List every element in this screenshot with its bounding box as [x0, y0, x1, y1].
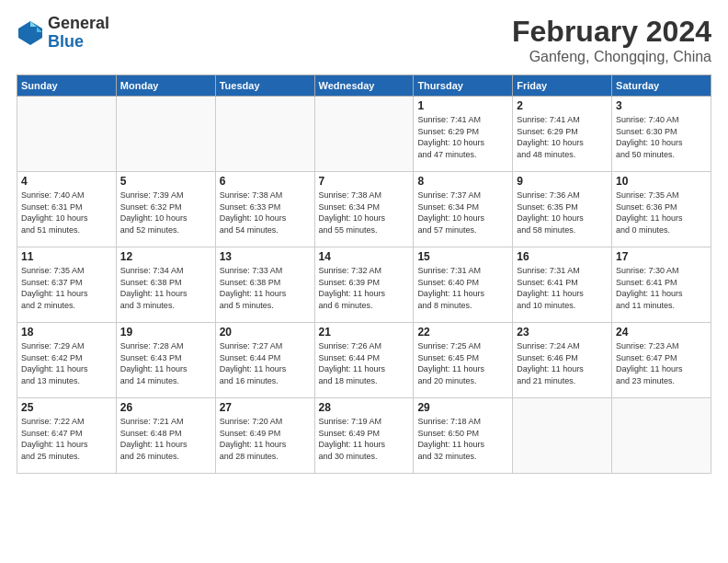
calendar-header-sunday: Sunday	[17, 75, 117, 97]
day-info: Sunrise: 7:41 AM Sunset: 6:29 PM Dayligh…	[417, 114, 508, 160]
calendar-cell	[215, 97, 314, 172]
day-number: 22	[417, 326, 508, 339]
month-title: February 2024	[512, 15, 711, 49]
calendar-row-1: 4Sunrise: 7:40 AM Sunset: 6:31 PM Daylig…	[17, 172, 711, 247]
day-info: Sunrise: 7:38 AM Sunset: 6:33 PM Dayligh…	[220, 190, 311, 236]
day-info: Sunrise: 7:20 AM Sunset: 6:49 PM Dayligh…	[220, 416, 311, 462]
day-info: Sunrise: 7:21 AM Sunset: 6:48 PM Dayligh…	[120, 416, 211, 462]
day-number: 27	[220, 401, 311, 414]
logo-blue: Blue	[48, 33, 109, 52]
calendar-table: SundayMondayTuesdayWednesdayThursdayFrid…	[17, 75, 711, 474]
day-number: 19	[120, 326, 211, 339]
calendar-cell: 1Sunrise: 7:41 AM Sunset: 6:29 PM Daylig…	[414, 97, 513, 172]
day-number: 15	[417, 250, 508, 263]
day-number: 23	[517, 326, 608, 339]
calendar-cell: 21Sunrise: 7:26 AM Sunset: 6:44 PM Dayli…	[314, 323, 414, 398]
day-number: 5	[120, 175, 211, 188]
day-info: Sunrise: 7:25 AM Sunset: 6:45 PM Dayligh…	[417, 340, 508, 386]
calendar-cell: 28Sunrise: 7:19 AM Sunset: 6:49 PM Dayli…	[314, 398, 414, 474]
day-info: Sunrise: 7:19 AM Sunset: 6:49 PM Dayligh…	[319, 416, 410, 462]
calendar-cell: 6Sunrise: 7:38 AM Sunset: 6:33 PM Daylig…	[215, 172, 314, 247]
day-number: 10	[616, 175, 707, 188]
day-info: Sunrise: 7:29 AM Sunset: 6:42 PM Dayligh…	[21, 340, 112, 386]
calendar-cell: 25Sunrise: 7:22 AM Sunset: 6:47 PM Dayli…	[17, 398, 117, 474]
calendar-row-3: 18Sunrise: 7:29 AM Sunset: 6:42 PM Dayli…	[17, 323, 711, 398]
calendar-cell: 9Sunrise: 7:36 AM Sunset: 6:35 PM Daylig…	[513, 172, 612, 247]
day-info: Sunrise: 7:31 AM Sunset: 6:41 PM Dayligh…	[517, 265, 608, 311]
day-number: 26	[120, 401, 211, 414]
calendar-cell: 18Sunrise: 7:29 AM Sunset: 6:42 PM Dayli…	[17, 323, 117, 398]
day-info: Sunrise: 7:37 AM Sunset: 6:34 PM Dayligh…	[417, 190, 508, 236]
calendar-header-row: SundayMondayTuesdayWednesdayThursdayFrid…	[17, 75, 711, 97]
calendar-cell: 10Sunrise: 7:35 AM Sunset: 6:36 PM Dayli…	[612, 172, 711, 247]
calendar-cell: 27Sunrise: 7:20 AM Sunset: 6:49 PM Dayli…	[215, 398, 314, 474]
calendar-cell: 14Sunrise: 7:32 AM Sunset: 6:39 PM Dayli…	[314, 247, 414, 323]
calendar-body: 1Sunrise: 7:41 AM Sunset: 6:29 PM Daylig…	[17, 97, 711, 474]
logo-icon	[17, 19, 44, 47]
day-number: 8	[417, 175, 508, 188]
calendar-cell: 15Sunrise: 7:31 AM Sunset: 6:40 PM Dayli…	[414, 247, 513, 323]
calendar-cell: 5Sunrise: 7:39 AM Sunset: 6:32 PM Daylig…	[116, 172, 215, 247]
day-number: 20	[220, 326, 311, 339]
calendar-header-wednesday: Wednesday	[314, 75, 414, 97]
day-info: Sunrise: 7:27 AM Sunset: 6:44 PM Dayligh…	[220, 340, 311, 386]
calendar-header-thursday: Thursday	[414, 75, 513, 97]
calendar-cell: 12Sunrise: 7:34 AM Sunset: 6:38 PM Dayli…	[116, 247, 215, 323]
calendar-row-4: 25Sunrise: 7:22 AM Sunset: 6:47 PM Dayli…	[17, 398, 711, 474]
day-number: 28	[319, 401, 410, 414]
calendar-header-tuesday: Tuesday	[215, 75, 314, 97]
day-number: 3	[616, 99, 707, 112]
calendar-cell: 16Sunrise: 7:31 AM Sunset: 6:41 PM Dayli…	[513, 247, 612, 323]
page: General Blue February 2024 Ganfeng, Chon…	[0, 0, 728, 563]
calendar-cell: 20Sunrise: 7:27 AM Sunset: 6:44 PM Dayli…	[215, 323, 314, 398]
header: General Blue February 2024 Ganfeng, Chon…	[17, 15, 711, 65]
calendar-row-2: 11Sunrise: 7:35 AM Sunset: 6:37 PM Dayli…	[17, 247, 711, 323]
calendar-header-friday: Friday	[513, 75, 612, 97]
day-info: Sunrise: 7:33 AM Sunset: 6:38 PM Dayligh…	[220, 265, 311, 311]
day-number: 13	[220, 250, 311, 263]
day-info: Sunrise: 7:24 AM Sunset: 6:46 PM Dayligh…	[517, 340, 608, 386]
calendar-cell	[513, 398, 612, 474]
day-info: Sunrise: 7:40 AM Sunset: 6:31 PM Dayligh…	[21, 190, 112, 236]
day-info: Sunrise: 7:35 AM Sunset: 6:37 PM Dayligh…	[21, 265, 112, 311]
day-number: 21	[319, 326, 410, 339]
day-info: Sunrise: 7:26 AM Sunset: 6:44 PM Dayligh…	[319, 340, 410, 386]
day-number: 12	[120, 250, 211, 263]
day-info: Sunrise: 7:36 AM Sunset: 6:35 PM Dayligh…	[517, 190, 608, 236]
calendar-cell	[116, 97, 215, 172]
calendar-header-saturday: Saturday	[612, 75, 711, 97]
calendar-cell: 8Sunrise: 7:37 AM Sunset: 6:34 PM Daylig…	[414, 172, 513, 247]
day-number: 7	[319, 175, 410, 188]
day-info: Sunrise: 7:38 AM Sunset: 6:34 PM Dayligh…	[319, 190, 410, 236]
calendar-cell	[612, 398, 711, 474]
calendar-cell: 22Sunrise: 7:25 AM Sunset: 6:45 PM Dayli…	[414, 323, 513, 398]
calendar-cell: 11Sunrise: 7:35 AM Sunset: 6:37 PM Dayli…	[17, 247, 117, 323]
day-number: 1	[417, 99, 508, 112]
calendar-cell: 23Sunrise: 7:24 AM Sunset: 6:46 PM Dayli…	[513, 323, 612, 398]
calendar-cell: 19Sunrise: 7:28 AM Sunset: 6:43 PM Dayli…	[116, 323, 215, 398]
day-number: 2	[517, 99, 608, 112]
title-block: February 2024 Ganfeng, Chongqing, China	[512, 15, 711, 65]
day-number: 4	[21, 175, 112, 188]
day-number: 9	[517, 175, 608, 188]
logo-text: General Blue	[48, 15, 109, 52]
day-info: Sunrise: 7:30 AM Sunset: 6:41 PM Dayligh…	[616, 265, 707, 311]
calendar-row-0: 1Sunrise: 7:41 AM Sunset: 6:29 PM Daylig…	[17, 97, 711, 172]
day-number: 25	[21, 401, 112, 414]
calendar-cell: 13Sunrise: 7:33 AM Sunset: 6:38 PM Dayli…	[215, 247, 314, 323]
day-info: Sunrise: 7:35 AM Sunset: 6:36 PM Dayligh…	[616, 190, 707, 236]
calendar-cell: 24Sunrise: 7:23 AM Sunset: 6:47 PM Dayli…	[612, 323, 711, 398]
day-number: 17	[616, 250, 707, 263]
day-number: 18	[21, 326, 112, 339]
day-number: 14	[319, 250, 410, 263]
day-number: 29	[417, 401, 508, 414]
calendar-cell	[17, 97, 117, 172]
calendar-cell: 3Sunrise: 7:40 AM Sunset: 6:30 PM Daylig…	[612, 97, 711, 172]
day-info: Sunrise: 7:28 AM Sunset: 6:43 PM Dayligh…	[120, 340, 211, 386]
calendar-header-monday: Monday	[116, 75, 215, 97]
logo: General Blue	[17, 15, 109, 52]
calendar-cell: 7Sunrise: 7:38 AM Sunset: 6:34 PM Daylig…	[314, 172, 414, 247]
day-info: Sunrise: 7:22 AM Sunset: 6:47 PM Dayligh…	[21, 416, 112, 462]
calendar-cell: 29Sunrise: 7:18 AM Sunset: 6:50 PM Dayli…	[414, 398, 513, 474]
day-info: Sunrise: 7:40 AM Sunset: 6:30 PM Dayligh…	[616, 114, 707, 160]
